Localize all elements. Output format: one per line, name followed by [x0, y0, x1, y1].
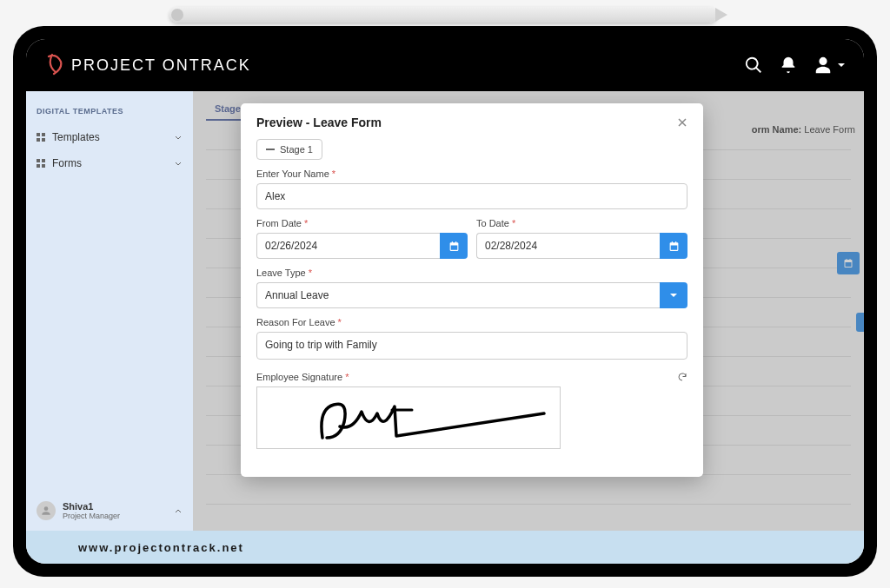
from-date-field: From Date * — [256, 218, 468, 259]
chevron-up-icon — [174, 506, 183, 515]
from-date-label: From Date * — [256, 218, 468, 228]
sidebar-item-templates[interactable]: Templates — [26, 124, 193, 150]
brand-logo[interactable]: PROJECT ONTRACK — [43, 53, 251, 77]
leave-type-dropdown-button[interactable] — [660, 282, 687, 308]
reason-field: Reason For Leave * — [256, 317, 687, 363]
header-actions — [744, 56, 847, 75]
refresh-icon[interactable] — [677, 372, 687, 382]
sidebar-item-forms[interactable]: Forms — [26, 150, 193, 176]
reason-textarea[interactable] — [256, 332, 687, 360]
to-date-input[interactable] — [476, 233, 660, 259]
modal-body: Stage 1 Enter Your Name * From Date * — [241, 138, 703, 477]
footer-bar: www.projectontrack.net — [26, 531, 864, 564]
from-date-input[interactable] — [256, 233, 440, 259]
preview-modal: Preview - Leave Form Stage 1 Enter Your … — [241, 103, 703, 477]
leave-type-select[interactable]: Annual Leave — [256, 282, 660, 308]
stage-tab[interactable]: Stage 1 — [256, 139, 322, 160]
minus-icon — [266, 149, 275, 150]
logo-text: PROJECT ONTRACK — [71, 56, 251, 75]
sidebar-item-label: Forms — [52, 157, 82, 169]
chevron-down-icon — [174, 159, 183, 168]
app-body: DIGITAL TEMPLATES Templates Forms — [26, 91, 864, 531]
svg-rect-2 — [37, 138, 40, 142]
svg-rect-7 — [42, 164, 45, 168]
modal-title: Preview - Leave Form — [256, 116, 382, 129]
stage-tab-label: Stage 1 — [280, 144, 313, 155]
user-menu[interactable] — [814, 56, 847, 75]
chevron-down-icon — [174, 133, 183, 142]
signature-field: Employee Signature * — [256, 372, 687, 449]
grid-icon — [37, 159, 45, 168]
content-area: Stage 1 orm Name: Leave Form — [193, 91, 864, 531]
chevron-down-icon — [668, 290, 679, 301]
name-input[interactable] — [256, 183, 687, 209]
from-date-picker-button[interactable] — [440, 233, 468, 259]
reason-label: Reason For Leave * — [256, 317, 687, 327]
signature-label: Employee Signature * — [256, 372, 349, 382]
leave-type-field: Leave Type * Annual Leave — [256, 268, 687, 308]
search-icon[interactable] — [744, 56, 763, 75]
chevron-down-icon — [836, 60, 847, 70]
logo-icon — [43, 53, 64, 77]
svg-rect-1 — [42, 133, 45, 136]
avatar — [37, 501, 56, 520]
sidebar-item-label: Templates — [52, 131, 100, 143]
to-date-label: To Date * — [476, 218, 687, 228]
close-icon[interactable] — [677, 117, 687, 128]
avatar-icon — [40, 505, 52, 517]
svg-rect-5 — [42, 159, 45, 162]
tablet-frame: PROJECT ONTRACK DIGITAL TEMPLATES — [13, 26, 877, 577]
to-date-picker-button[interactable] — [660, 233, 687, 259]
footer-url: www.projectontrack.net — [78, 541, 244, 554]
user-name: Shiva1 — [63, 501, 120, 512]
tablet-screen: PROJECT ONTRACK DIGITAL TEMPLATES — [26, 39, 864, 564]
bell-icon[interactable] — [779, 56, 798, 75]
user-role: Project Manager — [63, 512, 120, 520]
sidebar-user[interactable]: Shiva1 Project Manager — [26, 491, 193, 531]
signature-drawing — [257, 387, 561, 450]
sidebar-section-title: DIGITAL TEMPLATES — [26, 98, 193, 124]
stylus-pen — [169, 7, 717, 23]
calendar-icon — [668, 241, 680, 252]
signature-pad[interactable] — [256, 386, 561, 449]
grid-icon — [37, 133, 45, 142]
leave-type-label: Leave Type * — [256, 268, 687, 278]
sidebar: DIGITAL TEMPLATES Templates Forms — [26, 91, 193, 531]
modal-header: Preview - Leave Form — [241, 103, 703, 138]
to-date-field: To Date * — [476, 218, 687, 259]
svg-rect-0 — [37, 133, 40, 136]
svg-rect-3 — [42, 138, 45, 142]
calendar-icon — [448, 241, 460, 252]
name-field: Enter Your Name * — [256, 168, 687, 209]
user-icon — [814, 56, 833, 75]
app-header: PROJECT ONTRACK — [26, 39, 864, 91]
svg-rect-6 — [37, 164, 40, 168]
name-label: Enter Your Name * — [256, 168, 687, 179]
svg-rect-4 — [37, 159, 40, 162]
